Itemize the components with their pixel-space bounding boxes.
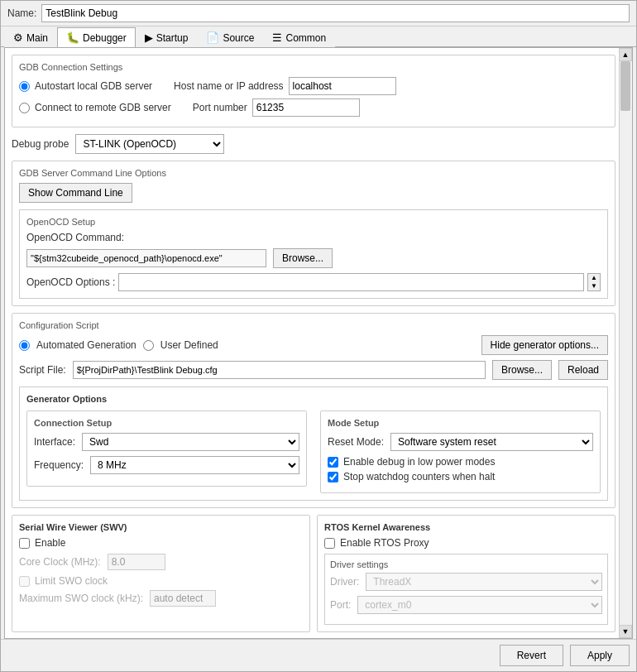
tab-common-label: Common [285, 32, 326, 44]
tab-source[interactable]: 📄 Source [197, 27, 263, 47]
connection-setup-col: Connection Setup Interface: Swd Frequenc… [26, 410, 307, 493]
user-defined-radio[interactable] [143, 340, 154, 351]
swv-enable-checkbox[interactable] [19, 538, 30, 549]
core-clock-input [108, 554, 165, 570]
tab-debugger-label: Debugger [83, 32, 127, 44]
openocd-command-input[interactable] [26, 249, 266, 267]
max-swo-input [150, 590, 216, 607]
swv-title: Serial Wire Viewer (SWV) [19, 522, 303, 532]
debug-probe-select[interactable]: ST-LINK (OpenOCD) [75, 134, 224, 154]
tab-common[interactable]: ☰ Common [263, 27, 335, 47]
gdb-connection-group: GDB Connection Settings Autostart local … [12, 55, 615, 127]
script-file-label: Script File: [19, 364, 66, 376]
show-command-btn[interactable]: Show Command Line [19, 183, 132, 203]
main-icon: ⚙ [13, 31, 23, 44]
name-input[interactable] [41, 4, 630, 22]
tabs-bar: ⚙ Main 🐛 Debugger ▶ Startup 📄 Source ☰ C… [1, 26, 636, 47]
core-clock-row: Core Clock (MHz): [19, 554, 303, 570]
rtos-enable-row: Enable RTOS Proxy [324, 537, 608, 549]
openocd-options-input[interactable] [118, 273, 584, 291]
reset-mode-select[interactable]: Software system reset [390, 433, 593, 451]
frequency-row: Frequency: 8 MHz [34, 456, 299, 474]
script-reload-btn[interactable]: Reload [558, 360, 608, 380]
core-clock-label: Core Clock (MHz): [19, 556, 101, 568]
openocd-command-label: OpenOCD Command: [26, 232, 124, 243]
rtos-box: RTOS Kernel Awareness Enable RTOS Proxy … [317, 515, 615, 632]
apply-button[interactable]: Apply [570, 645, 630, 666]
driver-row: Driver: ThreadX [330, 573, 602, 591]
footer-bar: Revert Apply [1, 639, 636, 671]
config-script-title: Configuration Script [19, 320, 608, 330]
autostart-radio[interactable] [19, 81, 30, 92]
scrollbar-track[interactable]: ▲ ▼ [619, 48, 632, 638]
revert-button[interactable]: Revert [500, 645, 563, 666]
openocd-browse-btn[interactable]: Browse... [273, 248, 333, 268]
config-script-group: Configuration Script Automated Generatio… [12, 313, 615, 508]
driver-label: Driver: [330, 576, 359, 588]
rtos-enable-checkbox[interactable] [324, 538, 335, 549]
rtos-enable-label: Enable RTOS Proxy [340, 537, 429, 549]
port-input[interactable] [252, 98, 360, 117]
hostname-input[interactable] [289, 77, 396, 95]
user-defined-label: User Defined [160, 339, 218, 351]
debug-low-power-row: Enable debug in low power modes [328, 456, 593, 468]
debugger-icon: 🐛 [66, 31, 79, 44]
stop-watchdog-checkbox[interactable] [328, 472, 338, 482]
gdb-server-group: GDB Server Command Line Options Show Com… [12, 161, 615, 306]
gdb-connection-title: GDB Connection Settings [19, 62, 608, 72]
spinner-up[interactable]: ▲ [588, 274, 600, 282]
scroll-down-arrow[interactable]: ▼ [619, 625, 632, 638]
tab-main-label: Main [26, 32, 48, 44]
spinner-down[interactable]: ▼ [588, 282, 600, 290]
connect-remote-label: Connect to remote GDB server [35, 102, 171, 113]
script-browse-btn[interactable]: Browse... [492, 360, 552, 380]
debug-probe-row: Debug probe ST-LINK (OpenOCD) [12, 134, 615, 154]
startup-icon: ▶ [145, 31, 153, 44]
connection-setup-title: Connection Setup [34, 418, 299, 428]
scrollbar-thumb[interactable] [620, 61, 630, 111]
config-script-radios: Automated Generation User Defined Hide g… [19, 335, 608, 355]
source-icon: 📄 [206, 31, 219, 44]
script-file-input[interactable] [73, 361, 486, 379]
openocd-options-label: OpenOCD Options : [26, 276, 115, 288]
name-label: Name: [7, 7, 36, 19]
limit-swo-checkbox [19, 576, 30, 587]
tab-debugger[interactable]: 🐛 Debugger [57, 27, 136, 47]
frequency-select[interactable]: 8 MHz [90, 456, 299, 474]
port-row: Port: cortex_m0 [330, 596, 602, 614]
openocd-options-spinner[interactable]: ▲ ▼ [587, 273, 601, 291]
tab-startup-label: Startup [156, 32, 189, 44]
swv-enable-row: Enable [19, 537, 303, 549]
hide-generator-btn[interactable]: Hide generator options... [481, 335, 608, 355]
openocd-command-row: OpenOCD Command: [26, 232, 601, 243]
mode-setup-box: Mode Setup Reset Mode: Software system r… [320, 410, 601, 493]
debug-probe-label: Debug probe [12, 138, 69, 150]
port-label: Port number [193, 102, 247, 113]
swv-enable-label: Enable [35, 537, 65, 549]
scroll-up-arrow[interactable]: ▲ [619, 48, 632, 61]
port-label: Port: [330, 599, 351, 611]
script-file-row: Script File: Browse... Reload [19, 360, 608, 380]
generator-options-box: Generator Options Connection Setup Inter… [19, 386, 608, 501]
rtos-title: RTOS Kernel Awareness [324, 522, 608, 532]
swv-box: Serial Wire Viewer (SWV) Enable Core Clo… [12, 515, 310, 632]
common-icon: ☰ [272, 31, 282, 44]
debug-low-power-label: Enable debug in low power modes [343, 456, 495, 468]
tab-main[interactable]: ⚙ Main [4, 27, 57, 47]
interface-select[interactable]: Swd [82, 433, 299, 451]
openocd-command-input-row: Browse... [26, 248, 601, 268]
content-area: GDB Connection Settings Autostart local … [4, 47, 633, 639]
port-select: cortex_m0 [357, 596, 602, 614]
connect-remote-row: Connect to remote GDB server Port number [19, 98, 608, 117]
generator-options-title: Generator Options [26, 394, 601, 404]
name-bar: Name: [1, 1, 636, 26]
interface-row: Interface: Swd [34, 433, 299, 451]
connect-remote-radio[interactable] [19, 103, 30, 113]
openocd-setup-box: OpenOCD Setup OpenOCD Command: Browse...… [19, 209, 608, 299]
openocd-setup-title: OpenOCD Setup [26, 217, 601, 227]
tab-startup[interactable]: ▶ Startup [136, 27, 198, 47]
hostname-label: Host name or IP address [174, 80, 284, 92]
mode-setup-title: Mode Setup [328, 418, 593, 428]
debug-low-power-checkbox[interactable] [328, 457, 338, 468]
automated-radio[interactable] [19, 340, 30, 351]
